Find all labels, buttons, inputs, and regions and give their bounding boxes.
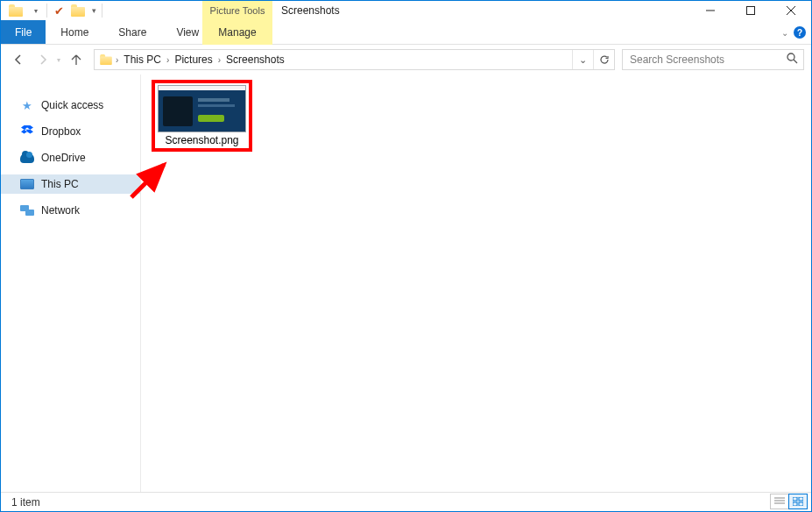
address-dropdown[interactable]: ⌄ [572,50,593,69]
tab-manage[interactable]: Manage [202,20,272,45]
refresh-button[interactable] [593,50,614,69]
address-bar-row: ▾ › This PC › Pictures › Screenshots ⌄ [1,45,811,75]
svg-line-5 [794,60,797,63]
navigation-pane: ★ Quick access Dropbox OneDrive This PC … [1,75,141,492]
crumb-this-pc[interactable]: This PC [120,50,165,69]
crumb-sep[interactable]: › [165,55,171,65]
search-box[interactable] [622,49,804,70]
help-icon[interactable]: ? [794,26,806,39]
nav-label: Quick access [41,99,103,111]
file-tab[interactable]: File [1,20,46,44]
context-tab-header: Picture Tools [202,1,272,20]
folder-icon [98,52,114,68]
file-item[interactable]: Screenshot.png [152,80,252,152]
up-button[interactable] [66,49,87,70]
crumb-sep[interactable]: › [216,55,222,65]
details-view-button[interactable] [770,494,789,509]
file-thumbnail [158,85,246,132]
network-icon [20,203,34,217]
qat-customize[interactable]: ▾ [88,1,100,20]
recent-locations-dropdown[interactable]: ▾ [57,56,62,64]
folder-icon[interactable] [6,1,25,20]
nav-onedrive[interactable]: OneDrive [1,148,140,167]
crumb-sep[interactable]: › [114,55,120,65]
maximize-button[interactable] [731,1,771,20]
svg-rect-1 [747,7,755,15]
nav-quick-access[interactable]: ★ Quick access [1,96,140,115]
nav-this-pc[interactable]: This PC [1,174,140,194]
svg-rect-10 [793,497,797,501]
search-input[interactable] [628,53,787,67]
nav-label: Network [41,204,80,217]
status-text: 1 item [11,496,40,508]
folder-icon[interactable] [68,1,88,20]
title-bar: ▾ ✔ ▾ Picture Tools Screenshots [1,1,811,20]
forward-button[interactable] [32,49,53,70]
expand-ribbon-icon[interactable]: ⌄ [781,28,788,38]
window-controls [690,1,811,20]
view-switcher [770,494,808,509]
svg-rect-13 [799,502,803,506]
nav-label: Dropbox [41,125,81,138]
onedrive-icon [20,151,34,165]
crumb-screenshots[interactable]: Screenshots [222,50,288,69]
content-area[interactable]: Screenshot.png [141,75,811,492]
status-bar: 1 item [1,492,811,511]
star-icon: ★ [20,98,34,112]
monitor-icon [20,177,34,191]
minimize-button[interactable] [690,1,731,20]
back-button[interactable] [8,49,29,70]
tab-home[interactable]: Home [46,20,103,44]
nav-label: OneDrive [41,152,86,164]
window-title: Screenshots [281,1,340,20]
separator [46,4,47,18]
close-button[interactable] [771,1,811,20]
tab-share[interactable]: Share [103,20,161,44]
qat-dropdown[interactable]: ▾ [25,1,45,20]
dropbox-icon [20,124,34,139]
properties-icon[interactable]: ✔ [49,1,68,20]
nav-label: This PC [41,178,79,190]
svg-point-4 [787,53,794,60]
nav-dropbox[interactable]: Dropbox [1,122,140,141]
nav-network[interactable]: Network [1,201,140,220]
thumbnails-view-button[interactable] [788,494,808,509]
file-name: Screenshot.png [165,134,238,146]
address-bar[interactable]: › This PC › Pictures › Screenshots ⌄ [94,49,615,70]
body: ★ Quick access Dropbox OneDrive This PC … [1,75,811,492]
svg-rect-12 [793,502,797,506]
svg-rect-11 [799,497,803,501]
crumb-pictures[interactable]: Pictures [171,50,215,69]
separator [102,4,102,18]
ribbon: File Home Share View Manage ⌄ ? [1,20,811,45]
quick-access-toolbar: ▾ ✔ ▾ [1,1,104,20]
search-icon[interactable] [787,53,798,67]
